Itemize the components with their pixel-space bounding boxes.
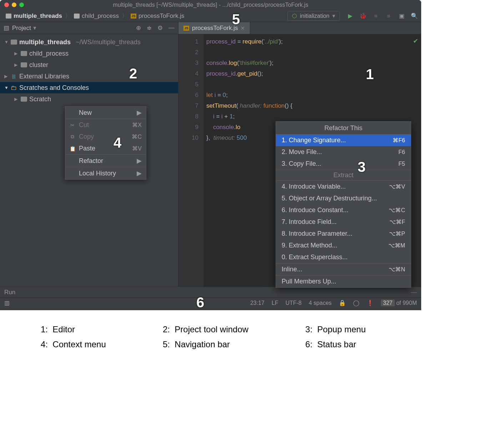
folder-icon bbox=[74, 14, 80, 19]
popup-change-signature[interactable]: 1. Change Signature...⌘F6 bbox=[276, 134, 411, 146]
legend-item: 5: Navigation bar bbox=[158, 339, 268, 349]
js-file-icon: JS bbox=[131, 14, 136, 19]
cut-icon: ✂ bbox=[70, 122, 75, 128]
popup-copy-file[interactable]: 3. Copy File...F5 bbox=[276, 158, 411, 170]
popup-inline[interactable]: Inline...⌥⌘N bbox=[276, 263, 411, 275]
close-icon[interactable]: ✕ bbox=[241, 25, 245, 31]
annotation-label-3: 3 bbox=[358, 159, 366, 175]
popup-introduce-constant[interactable]: 6. Introduce Constant...⌥⌘C bbox=[276, 204, 411, 216]
run-tool-window-header[interactable]: Run — bbox=[0, 287, 421, 297]
ctx-copy[interactable]: ⧉Copy⌘C bbox=[65, 131, 146, 143]
window-controls bbox=[4, 2, 24, 7]
maximize-icon[interactable] bbox=[19, 2, 24, 7]
legend-item: 2: Project tool window bbox=[158, 324, 268, 334]
expand-all-icon[interactable]: ≑ bbox=[147, 24, 152, 32]
legend-item: 1: Editor bbox=[36, 324, 126, 334]
hide-icon[interactable]: — bbox=[411, 289, 417, 296]
status-position[interactable]: 23:17 bbox=[250, 300, 264, 306]
context-menu: New▶ ✂Cut⌘X ⧉Copy⌘C 📋Paste⌘V Refactor▶ L… bbox=[65, 106, 146, 180]
ctx-local-history[interactable]: Local History▶ bbox=[65, 167, 146, 179]
nodejs-icon: ⬡ bbox=[292, 12, 297, 19]
locate-icon[interactable]: ⊕ bbox=[136, 24, 141, 32]
popup-introduce-variable[interactable]: 4. Introduce Variable...⌥⌘V bbox=[276, 181, 411, 193]
project-view-icon[interactable]: ▧ bbox=[4, 24, 9, 32]
popup-destructuring[interactable]: 5. Object or Array Destructuring... bbox=[276, 193, 411, 204]
stop-icon[interactable]: ■ bbox=[373, 13, 379, 19]
project-header-label[interactable]: Project bbox=[12, 25, 31, 32]
popup-introduce-parameter[interactable]: 8. Introduce Parameter...⌥⌘P bbox=[276, 228, 411, 240]
annotation-label-2: 2 bbox=[129, 66, 137, 82]
run-config-label: initialization bbox=[300, 13, 329, 19]
library-icon: ⫼ bbox=[11, 73, 17, 80]
titlebar: multiple_threads [~/WS/multiple_threads]… bbox=[0, 0, 421, 10]
chevron-down-icon[interactable]: ▾ bbox=[33, 24, 36, 32]
close-icon[interactable] bbox=[4, 2, 9, 7]
tree-scratch-folder[interactable]: ▶ Scratch bbox=[0, 93, 178, 105]
status-bar: ▥ 23:17 LF UTF-8 4 spaces 🔒 ◯ ❗ 327 of 9… bbox=[0, 297, 421, 308]
run-label: Run bbox=[4, 289, 15, 296]
folder-icon bbox=[21, 51, 27, 56]
tool-windows-icon[interactable]: ▥ bbox=[4, 300, 10, 306]
status-indent[interactable]: 4 spaces bbox=[309, 300, 332, 306]
folder-icon bbox=[21, 97, 27, 102]
run-with-coverage-icon[interactable]: ▣ bbox=[398, 13, 405, 19]
chevron-down-icon: ▾ bbox=[332, 12, 335, 19]
legend-item: 4: Context menu bbox=[36, 339, 126, 349]
copy-icon: ⧉ bbox=[70, 134, 75, 140]
annotation-label-5: 5 bbox=[232, 11, 240, 27]
status-encoding[interactable]: UTF-8 bbox=[286, 300, 302, 306]
popup-title: Refactor This bbox=[276, 122, 411, 134]
navigation-bar: multiple_threads 〉 child_process 〉 JSpro… bbox=[0, 10, 421, 22]
legend-item: 3: Popup menu bbox=[300, 324, 385, 334]
tree-folder[interactable]: ▶ cluster bbox=[0, 59, 178, 71]
run-configuration-selector[interactable]: ⬡ initialization ▾ bbox=[287, 11, 340, 21]
memory-indicator[interactable]: 327 of 990M bbox=[381, 300, 417, 306]
editor-tab-label: processToFork.js bbox=[192, 25, 238, 32]
js-file-icon: JS bbox=[183, 26, 189, 31]
popup-extract-superclass[interactable]: 0. Extract Superclass... bbox=[276, 251, 411, 263]
ctx-cut[interactable]: ✂Cut⌘X bbox=[65, 119, 146, 131]
debug-icon[interactable]: 🐞 bbox=[360, 13, 366, 19]
crumb-folder[interactable]: child_process bbox=[72, 12, 121, 20]
scratches-icon: 🗀 bbox=[11, 84, 17, 92]
popup-pull-members-up[interactable]: Pull Members Up... bbox=[276, 276, 411, 287]
paste-icon: 📋 bbox=[70, 146, 75, 152]
annotation-label-4: 4 bbox=[114, 135, 121, 151]
ctx-paste[interactable]: 📋Paste⌘V bbox=[65, 143, 146, 154]
legend-item: 6: Status bar bbox=[300, 339, 385, 349]
ide-window: multiple_threads [~/WS/multiple_threads]… bbox=[0, 0, 421, 310]
annotation-label-6: 6 bbox=[196, 295, 204, 310]
minimize-icon[interactable] bbox=[12, 2, 16, 7]
toolbar-icons: ▶ 🐞 ■ ■ ▣ 🔍 bbox=[347, 13, 418, 19]
run-icon[interactable]: ▶ bbox=[347, 13, 353, 19]
editor-tabs: JS processToFork.js ✕ bbox=[178, 22, 421, 34]
search-icon[interactable]: 🔍 bbox=[411, 13, 418, 19]
folder-icon bbox=[11, 40, 17, 45]
tree-external-libraries[interactable]: ▶⫼ External Libraries bbox=[0, 71, 178, 82]
status-line-separator[interactable]: LF bbox=[272, 300, 278, 306]
crumb-file[interactable]: JSprocessToFork.js bbox=[128, 12, 186, 20]
stop-icon[interactable]: ■ bbox=[385, 13, 392, 19]
refactor-popup: Refactor This 1. Change Signature...⌘F6 … bbox=[276, 121, 411, 288]
tree-root[interactable]: ▼ multiple_threads ~/WS/multiple_threads bbox=[0, 36, 178, 48]
feedback-icon[interactable]: ◯ bbox=[353, 300, 359, 306]
ctx-new[interactable]: New▶ bbox=[65, 107, 146, 119]
ctx-refactor[interactable]: Refactor▶ bbox=[65, 155, 146, 167]
popup-extract-method[interactable]: 9. Extract Method...⌥⌘M bbox=[276, 240, 411, 251]
folder-icon bbox=[21, 62, 27, 67]
alert-icon[interactable]: ❗ bbox=[367, 300, 374, 306]
gear-icon[interactable]: ⚙ bbox=[157, 24, 163, 32]
lock-icon[interactable]: 🔒 bbox=[339, 300, 346, 306]
tree-scratches[interactable]: ▼🗀 Scratches and Consoles bbox=[0, 82, 178, 93]
chevron-right-icon: 〉 bbox=[121, 12, 128, 20]
legend: 1: Editor 2: Project tool window 3: Popu… bbox=[0, 310, 421, 364]
tree-folder[interactable]: ▶ child_process bbox=[0, 48, 178, 59]
crumb-project[interactable]: multiple_threads bbox=[4, 12, 64, 20]
annotation-label-1: 1 bbox=[366, 66, 374, 82]
project-header: ▧ Project ▾ ⊕ ≑ ⚙ — bbox=[0, 22, 178, 34]
folder-icon bbox=[6, 14, 11, 19]
popup-introduce-field[interactable]: 7. Introduce Field...⌥⌘F bbox=[276, 216, 411, 228]
hide-icon[interactable]: — bbox=[168, 24, 175, 32]
popup-move-file[interactable]: 2. Move File...F6 bbox=[276, 146, 411, 158]
popup-extract-header: Extract bbox=[276, 170, 411, 181]
